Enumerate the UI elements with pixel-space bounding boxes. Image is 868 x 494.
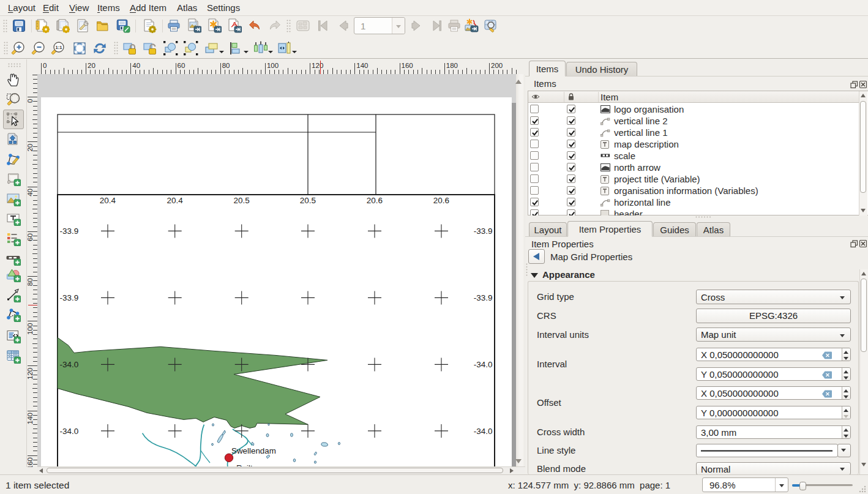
svg-text:40: 40 <box>132 62 140 69</box>
svg-text:-33.9: -33.9 <box>474 293 493 302</box>
svg-text:20.5: 20.5 <box>234 196 250 205</box>
svg-text:20: 20 <box>88 62 95 69</box>
svg-text:20.4: 20.4 <box>100 196 116 205</box>
svg-text:200: 200 <box>491 62 503 69</box>
svg-text:160: 160 <box>28 457 34 467</box>
svg-text:20: 20 <box>28 144 34 152</box>
svg-text:0: 0 <box>43 62 47 69</box>
svg-text:80: 80 <box>222 62 230 69</box>
svg-text:60: 60 <box>178 62 185 69</box>
svg-text:-34.0: -34.0 <box>474 426 493 435</box>
svg-text:140: 140 <box>356 62 368 69</box>
svg-text:-33.9: -33.9 <box>474 226 493 236</box>
svg-text:60: 60 <box>28 233 34 241</box>
svg-text:20.6: 20.6 <box>367 196 383 205</box>
svg-text:-34.0: -34.0 <box>60 426 79 435</box>
svg-text:40: 40 <box>28 189 34 196</box>
svg-text:-33.9: -33.9 <box>60 226 79 236</box>
svg-text:120: 120 <box>28 368 34 380</box>
svg-text:180: 180 <box>446 62 458 69</box>
svg-text:1:1: 1:1 <box>56 45 62 50</box>
svg-text:0: 0 <box>28 99 34 103</box>
svg-text:120: 120 <box>312 62 323 69</box>
svg-text:-34.0: -34.0 <box>474 360 493 369</box>
svg-text:-34.0: -34.0 <box>60 360 79 369</box>
svg-text:20.4: 20.4 <box>167 196 184 205</box>
svg-text:160: 160 <box>402 62 413 69</box>
svg-text:-33.9: -33.9 <box>60 293 79 302</box>
svg-text:80: 80 <box>28 278 34 286</box>
svg-text:20.5: 20.5 <box>300 196 316 205</box>
svg-text:100: 100 <box>28 323 34 335</box>
svg-text:20.6: 20.6 <box>433 196 449 205</box>
svg-text:Swellendam: Swellendam <box>231 446 276 455</box>
svg-text:140: 140 <box>28 413 34 424</box>
svg-text:100: 100 <box>267 62 279 69</box>
